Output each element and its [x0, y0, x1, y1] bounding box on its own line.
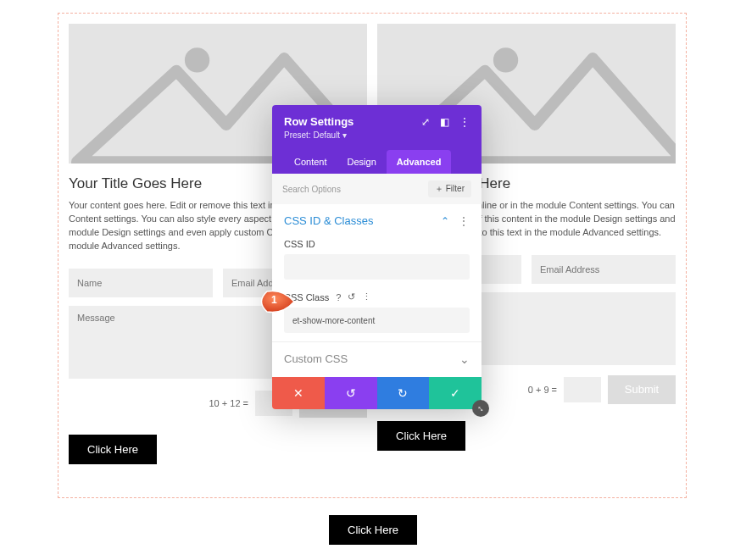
row-settings-modal: Row Settings ⤢ ◧ ⋮ Preset: Default ▾ Con… [272, 105, 482, 409]
resize-handle[interactable]: ↔ [472, 400, 489, 417]
captcha-question: 0 + 9 = [528, 385, 557, 395]
css-id-label-text: CSS ID [284, 239, 315, 249]
kebab-icon[interactable]: ⋮ [362, 291, 371, 302]
center-cta-button[interactable]: Click Here [329, 515, 417, 545]
filter-button[interactable]: ＋ Filter [428, 180, 471, 197]
captcha-answer[interactable] [564, 377, 601, 402]
svg-point-1 [493, 47, 518, 72]
css-id-input[interactable] [284, 254, 470, 280]
kebab-icon[interactable]: ⋮ [459, 116, 470, 128]
redo-button[interactable]: ↻ [377, 377, 430, 409]
preset-selector[interactable]: Preset: Default ▾ [284, 130, 470, 140]
modal-title: Row Settings [284, 115, 354, 128]
cta-button[interactable]: Click Here [69, 435, 157, 464]
section-custom-css[interactable]: Custom CSS [284, 352, 348, 365]
css-class-label-text: CSS Class [284, 292, 329, 302]
chevron-up-icon[interactable]: ⌃ [441, 215, 449, 227]
tab-design[interactable]: Design [337, 150, 387, 174]
modal-header[interactable]: Row Settings ⤢ ◧ ⋮ Preset: Default ▾ Con… [272, 105, 482, 174]
help-icon[interactable]: ? [336, 292, 341, 302]
filter-label: Filter [446, 184, 465, 193]
css-class-label: CSS Class ? ↺ ⋮ [284, 291, 470, 302]
email-field[interactable] [532, 255, 676, 284]
section-css-id-classes[interactable]: CSS ID & Classes [284, 214, 373, 227]
cancel-button[interactable]: ✕ [272, 377, 325, 409]
modal-action-bar: ✕ ↺ ↻ ✓ [272, 377, 482, 409]
snap-icon[interactable]: ◧ [440, 116, 449, 128]
tab-content[interactable]: Content [284, 150, 337, 174]
expand-icon[interactable]: ⤢ [421, 116, 430, 128]
css-class-input[interactable] [284, 308, 470, 333]
chevron-down-icon[interactable]: ⌄ [459, 353, 470, 365]
submit-button[interactable]: Submit [608, 375, 676, 404]
undo-button[interactable]: ↺ [325, 377, 377, 409]
tab-advanced[interactable]: Advanced [387, 150, 452, 174]
reset-icon[interactable]: ↺ [348, 291, 355, 302]
kebab-icon[interactable]: ⋮ [458, 215, 470, 227]
svg-point-0 [185, 47, 209, 72]
name-field[interactable] [69, 269, 213, 297]
css-id-label: CSS ID [284, 239, 470, 249]
captcha-question: 10 + 12 = [209, 398, 249, 408]
cta-button[interactable]: Click Here [377, 421, 465, 451]
search-options-input[interactable]: Search Options [282, 185, 341, 194]
